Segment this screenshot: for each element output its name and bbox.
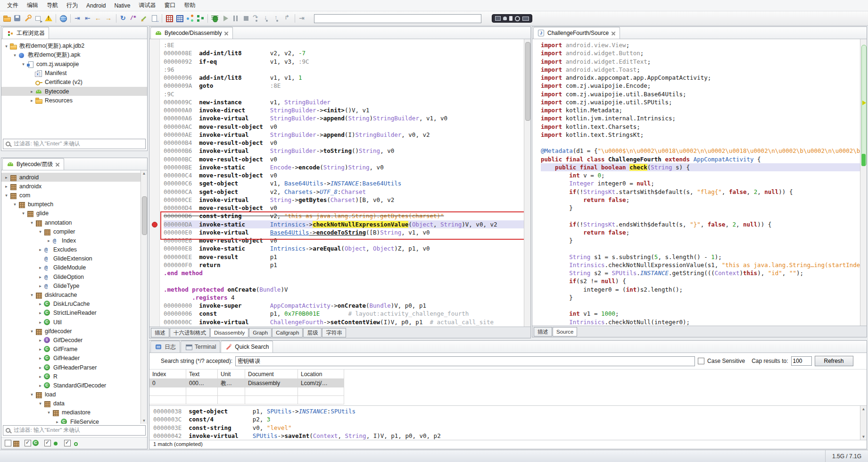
- tab-bytecode-[interactable]: Bytecode/层级: [2, 158, 64, 170]
- code-line[interactable]: 00000038 sget-object p1, SPUtils->INSTAN…: [153, 407, 867, 415]
- checkbox[interactable]: [5, 440, 11, 446]
- table-row[interactable]: [149, 387, 867, 396]
- clipboard-icon[interactable]: [509, 16, 513, 21]
- expand-arrow[interactable]: ▾: [3, 44, 9, 49]
- code-line[interactable]: 000000C6 sget-object v1, Base64Utils->IN…: [164, 179, 530, 187]
- source-code[interactable]: import android.view.View;import android.…: [532, 39, 867, 327]
- share-icon[interactable]: [185, 14, 195, 23]
- code-line[interactable]: String s1 = s.substring(5, s.length() - …: [541, 253, 867, 261]
- tree-item-com.zj.wuaipojie[interactable]: ▾com.zj.wuaipojie: [1, 59, 147, 68]
- expand-arrow[interactable]: ▾: [29, 329, 35, 334]
- tree-item-disklrucache[interactable]: ▾disklrucache: [1, 290, 141, 299]
- code-line[interactable]: [541, 244, 867, 252]
- expand-arrow[interactable]: ▾: [12, 53, 18, 58]
- code-line[interactable]: int v = 0;: [541, 171, 867, 179]
- globe-icon[interactable]: [58, 14, 68, 23]
- tab-terminal[interactable]: Terminal: [181, 341, 220, 353]
- code-line[interactable]: if(!StringsKt.startsWith$default(s, "fla…: [541, 188, 867, 196]
- column-header-location[interactable]: Location: [298, 370, 344, 379]
- close-icon[interactable]: [224, 31, 229, 35]
- view-tab-disassembly[interactable]: Disassembly: [210, 328, 248, 337]
- code-line[interactable]: import android.widget.Toast;: [541, 66, 867, 74]
- flow-icon[interactable]: [196, 14, 205, 23]
- view-tab--[interactable]: 字符串: [322, 328, 346, 337]
- menu-file[interactable]: 文件: [3, 0, 23, 11]
- code-line[interactable]: 000000F0 return p1: [164, 261, 530, 269]
- run-icon[interactable]: [221, 14, 230, 23]
- detach-icon[interactable]: [298, 14, 307, 23]
- screen-icon[interactable]: [495, 16, 501, 21]
- tree-item--demo-.apk[interactable]: ▾教程demo(更新).apk: [1, 50, 147, 59]
- code-line[interactable]: import com.zj.wuaipojie.util.Base64Utils…: [541, 90, 867, 98]
- code-line[interactable]: 000000D6 const-string v2, "this as java.…: [164, 212, 530, 220]
- export-icon[interactable]: [33, 14, 43, 23]
- tree-item-gifframe[interactable]: ▸GifFrame: [1, 345, 141, 354]
- tab-quick-search[interactable]: Quick Search: [221, 341, 273, 353]
- code-line[interactable]: 000000CA sget-object v2, Charsets->UTF_8…: [164, 188, 530, 196]
- open-icon[interactable]: [2, 14, 12, 23]
- code-line[interactable]: 00000042 invoke-virtual SPUtils->saveInt…: [153, 432, 867, 440]
- menu-debugger[interactable]: 调试器: [134, 0, 160, 11]
- scroll-up-icon[interactable]: ▲: [860, 406, 867, 412]
- doc-export-icon[interactable]: [150, 14, 159, 23]
- tree-item-glidetype[interactable]: ▸GlideType: [1, 281, 141, 290]
- scrollbar-thumb[interactable]: [525, 42, 530, 121]
- tree-item-gifheader[interactable]: ▸GifHeader: [1, 354, 141, 363]
- case-sensitive-checkbox[interactable]: [698, 358, 704, 364]
- tree-item-certificate-v2-[interactable]: Certificate (v2): [1, 78, 147, 87]
- keyboard-icon[interactable]: [522, 17, 529, 21]
- search-input[interactable]: [235, 356, 695, 366]
- menu-edit[interactable]: 编辑: [23, 0, 42, 11]
- code-line[interactable]: import android.widget.EditText;: [541, 58, 867, 66]
- expand-arrow[interactable]: ▾: [29, 220, 35, 225]
- expand-arrow[interactable]: ▾: [37, 229, 43, 234]
- code-line[interactable]: Integer integer0 = null;: [541, 179, 867, 187]
- breakpoint-dot[interactable]: [152, 222, 157, 227]
- scroll-up-icon[interactable]: ▲: [141, 170, 147, 176]
- expand-arrow[interactable]: ▸: [37, 275, 43, 279]
- table-row[interactable]: 0000…教…DisassemblyLcom/zj/…: [149, 379, 867, 387]
- refresh-icon[interactable]: [119, 14, 128, 23]
- tree-item-gifdecoder[interactable]: ▸GifDecoder: [1, 336, 141, 344]
- tab-bytecode-disassembly[interactable]: Bytecode/Disassembly: [150, 27, 233, 39]
- step-into-icon[interactable]: [262, 14, 272, 23]
- disassembly-scrollbar[interactable]: [524, 39, 530, 327]
- code-line[interactable]: import com.zj.wuaipojie.Encode;: [541, 82, 867, 90]
- pause-icon[interactable]: [231, 14, 240, 23]
- tab--[interactable]: 工程浏览器: [2, 27, 49, 39]
- code-line[interactable]: public final class ChallengeFourth exten…: [541, 155, 867, 163]
- grid-edit-icon[interactable]: [175, 14, 184, 23]
- tree-item-index[interactable]: ▸Index: [1, 236, 141, 245]
- scroll-down-icon[interactable]: ▼: [141, 418, 147, 424]
- close-icon[interactable]: [56, 162, 60, 167]
- tree-item--demo-.apk.jdb2[interactable]: ▾教程demo(更新).apk.jdb2: [1, 42, 147, 50]
- code-line[interactable]: [541, 302, 867, 310]
- code-line[interactable]: import android.widget.Button;: [541, 49, 867, 57]
- code-line[interactable]: 000000C4 move-result-object v0: [164, 171, 530, 179]
- code-line[interactable]: public final boolean check(String s) {: [541, 163, 867, 171]
- code-line[interactable]: 0000009A goto :8E: [164, 82, 530, 90]
- code-line[interactable]: import kotlin.Metadata;: [541, 106, 867, 114]
- result-preview[interactable]: ▲ ▼ 00000038 sget-object p1, SPUtils->IN…: [149, 405, 867, 440]
- code-line[interactable]: 000000BE invoke-static Encode->encode(St…: [164, 163, 530, 171]
- tree-item-disklrucache[interactable]: ▸DiskLruCache: [1, 300, 141, 309]
- tree-item-data[interactable]: ▾data: [1, 399, 141, 408]
- code-line[interactable]: import com.zj.wuaipojie.util.SPUtils;: [541, 98, 867, 106]
- type-filter-pkg[interactable]: [5, 439, 20, 447]
- code-line[interactable]: return false;: [541, 228, 867, 236]
- expand-arrow[interactable]: ▾: [20, 62, 26, 67]
- expand-arrow[interactable]: ▾: [29, 392, 35, 397]
- refresh-button[interactable]: Refresh: [815, 356, 853, 366]
- expand-arrow[interactable]: ▸: [37, 374, 43, 379]
- tree-item-load[interactable]: ▾load: [1, 390, 141, 399]
- expand-arrow[interactable]: ▾: [3, 193, 9, 198]
- code-line[interactable]: 000000AC move-result-object v0: [164, 123, 530, 131]
- expand-arrow[interactable]: ▸: [37, 311, 43, 315]
- checkbox[interactable]: [25, 440, 31, 446]
- code-line[interactable]: .registers 4: [164, 294, 530, 302]
- warning-icon[interactable]: [44, 14, 53, 23]
- view-tab--[interactable]: 十六进制格式: [170, 328, 210, 337]
- code-line[interactable]: 000000D4 move-result-object v0: [164, 204, 530, 212]
- code-line[interactable]: if(!StringsKt.endsWith$default(s, "}", f…: [541, 220, 867, 228]
- expand-arrow[interactable]: ▸: [37, 356, 43, 361]
